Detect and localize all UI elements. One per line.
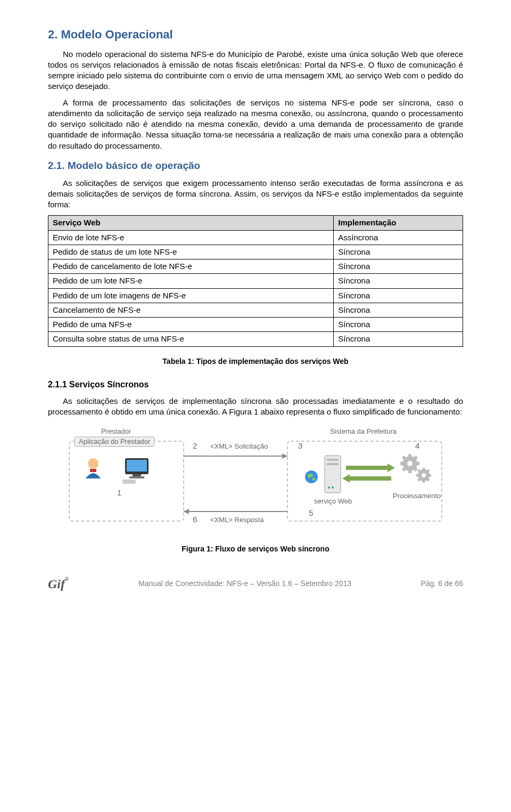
svg-point-0 [88,458,98,469]
figure-1-caption: Figura 1: Fluxo de serviços Web síncrono [48,544,463,554]
svg-line-21 [403,468,405,470]
figure-1-diagram: Prestador Sistema da Prefeitura Aplicaçã… [64,426,447,535]
diagram-left-box-label: Aplicação do Prestador [79,437,151,445]
svg-line-30 [427,479,429,481]
table-cell: Síncrona [334,332,463,346]
section-2-title: 2. Modelo Operacional [48,27,463,43]
page-footer: Gif® Manual de Conectividade: NFS-e – Ve… [48,575,463,592]
footer-page-number: Pág. 6 de 66 [421,579,463,589]
table-row: Pedido de um lote imagens de NFS-eSíncro… [48,288,463,303]
svg-line-32 [427,470,429,472]
table-cell: Síncrona [334,303,463,317]
table-cell: Consulta sobre status de uma NFS-e [48,332,334,346]
table-cell: Síncrona [334,259,463,274]
svg-line-29 [418,470,420,472]
footer-center-text: Manual de Conectividade: NFS-e – Versão … [138,579,351,589]
diagram-prestador-label: Prestador [101,427,131,435]
svg-line-31 [418,479,420,481]
diagram-num-1: 1 [117,488,121,497]
svg-rect-9 [327,463,339,465]
table-row: Pedido de status de um lote NFS-eSíncron… [48,245,463,259]
svg-rect-1 [90,469,96,472]
svg-rect-5 [129,476,144,478]
section-21-para-1: As solicitações de serviços que exigem p… [48,178,463,210]
svg-rect-4 [133,474,141,476]
table-cell: Síncrona [334,318,463,332]
section-2-para-1: No modelo operacional do sistema NFS-e d… [48,49,463,92]
table-cell: Síncrona [334,274,463,288]
table-cell: Cancelamento de NFS-e [48,303,334,317]
section-211-title: 2.1.1 Serviços Síncronos [48,379,463,391]
table-cell: Assíncrona [334,230,463,245]
table-row: Consulta sobre status de uma NFS-eSíncro… [48,332,463,346]
table-row: Pedido de cancelamento de lote NFS-eSínc… [48,259,463,274]
section-211-para-1: As solicitações de serviços de implement… [48,396,463,418]
monitor-icon [122,458,149,484]
diagram-num-3: 3 [298,441,302,450]
svg-point-14 [407,461,413,466]
table-header-impl: Implementação [334,216,463,230]
arrow-response-head [184,509,189,514]
svg-rect-8 [327,459,339,461]
table-row: Pedido de uma NFS-eSíncrona [48,318,463,332]
gears-icon [400,454,431,483]
svg-rect-3 [127,460,147,472]
diagram-xml-resp-label: <XML> Resposta [210,516,264,524]
svg-point-11 [332,486,334,489]
svg-line-22 [415,457,417,459]
table-1-caption: Tabela 1: Tipos de implementação dos ser… [48,356,463,367]
arrow-to-processing-head [388,464,395,472]
table-cell: Pedido de cancelamento de lote NFS-e [48,259,334,274]
svg-rect-6 [122,480,136,484]
svg-point-10 [328,486,330,489]
table-row: Pedido de um lote NFS-eSíncrona [48,274,463,288]
implementation-table: Serviço Web Implementação Envio de lote … [48,215,463,346]
section-2-para-2: A forma de processamento das solicitaçõe… [48,98,463,151]
server-icon [325,456,341,493]
diagram-xml-req-label: <XML> Solicitação [210,442,268,450]
diagram-num-6: 6 [193,515,197,524]
table-row: Cancelamento de NFS-eSíncrona [48,303,463,317]
table-cell: Envio de lote NFS-e [48,230,334,245]
table-cell: Pedido de status de um lote NFS-e [48,245,334,259]
table-cell: Pedido de um lote imagens de NFS-e [48,288,334,303]
table-row: Envio de lote NFS-eAssíncrona [48,230,463,245]
table-cell: Síncrona [334,288,463,303]
diagram-processing-label: Processamento [393,492,441,500]
arrow-from-processing-head [342,474,350,483]
user-icon [86,458,101,478]
table-header-service: Serviço Web [48,216,334,230]
section-21-title: 2.1. Modelo básico de operação [48,159,463,173]
globe-icon [305,470,318,483]
svg-line-20 [415,468,417,470]
diagram-num-2: 2 [193,441,197,450]
diagram-num-4: 4 [415,441,419,450]
diagram-service-web-label: serviço Web [314,497,352,505]
diagram-sistema-label: Sistema da Prefeitura [330,427,397,435]
svg-line-19 [403,457,405,459]
table-cell: Síncrona [334,245,463,259]
table-cell: Pedido de um lote NFS-e [48,274,334,288]
diagram-num-5: 5 [309,508,313,517]
arrow-request-head [282,453,287,459]
table-cell: Pedido de uma NFS-e [48,318,334,332]
svg-point-24 [422,473,426,477]
footer-logo: Gif® [48,575,69,592]
